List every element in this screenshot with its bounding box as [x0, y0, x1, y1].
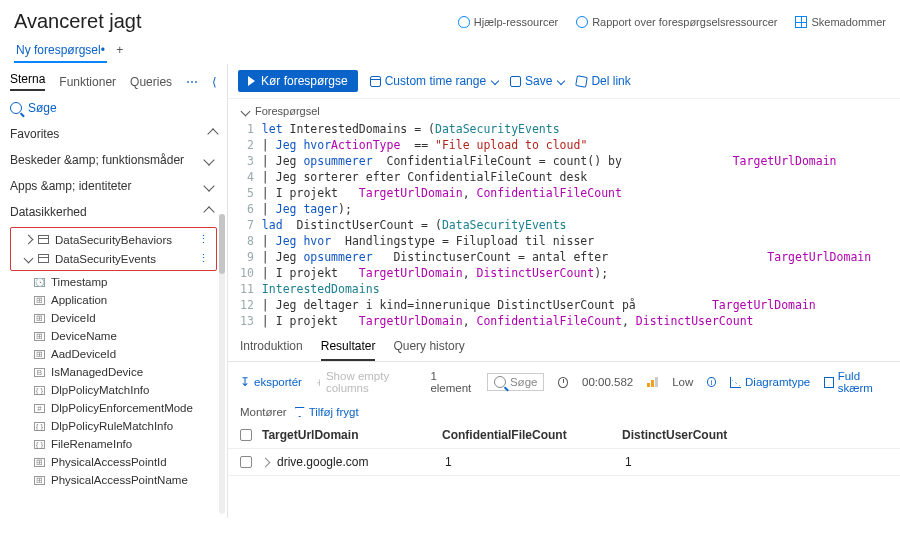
- column-dlppolicymatchinfo[interactable]: { }DlpPolicyMatchInfo: [4, 381, 223, 399]
- column-type-icon: #: [34, 404, 45, 413]
- chart-button[interactable]: Diagramtype: [730, 376, 810, 388]
- column-physicalaccesspointname[interactable]: ⊞PhysicalAccessPointName: [4, 471, 223, 489]
- funnel-icon: [295, 407, 305, 417]
- globe-icon: [576, 16, 588, 28]
- group-datasecurity[interactable]: Datasikkerhed: [4, 199, 223, 225]
- kebab-icon[interactable]: ⋮: [198, 233, 210, 246]
- table-row[interactable]: drive.google.com 1 1: [228, 449, 900, 476]
- group-alerts[interactable]: Beskeder &amp; funktionsmåder: [4, 147, 223, 173]
- sidebar-search[interactable]: Søge: [0, 95, 227, 121]
- select-all-checkbox[interactable]: [240, 429, 252, 441]
- column-label: AadDeviceId: [51, 348, 116, 360]
- column-physicalaccesspointid[interactable]: ⊞PhysicalAccessPointId: [4, 453, 223, 471]
- cell: 1: [445, 455, 625, 469]
- column-header[interactable]: DistinctUserCount: [622, 428, 802, 442]
- group-datasecurity-label: Datasikkerhed: [10, 205, 87, 219]
- query-toolbar: Kør forespørgse Custom time range Save D…: [228, 64, 900, 99]
- column-type-icon: { }: [34, 386, 45, 395]
- timerange-button[interactable]: Custom time range: [370, 74, 498, 88]
- column-type-icon: ⊞: [34, 296, 45, 305]
- save-button[interactable]: Save: [510, 74, 564, 88]
- share-button[interactable]: Del link: [576, 74, 630, 88]
- column-filerenameinfo[interactable]: { }FileRenameInfo: [4, 435, 223, 453]
- group-apps[interactable]: Apps &amp; identiteter: [4, 173, 223, 199]
- page-title: Avanceret jagt: [14, 10, 142, 33]
- query-section-header[interactable]: Forespørgsel: [240, 103, 890, 121]
- results-toolbar: ↧eksportér ⫞Show empty columns 1 element…: [228, 362, 900, 402]
- sidebar-more-icon[interactable]: ⋯: [186, 75, 198, 89]
- query-code[interactable]: let InterestedDomains = (DataSecurityEve…: [262, 121, 900, 329]
- query-tabs: Ny forespørgsel• +: [0, 39, 900, 64]
- expand-row-icon[interactable]: [261, 457, 271, 467]
- column-label: Timestamp: [51, 276, 107, 288]
- save-label: Save: [525, 74, 552, 88]
- run-label: Kør forespørgse: [261, 74, 348, 88]
- column-dlppolicyenforcementmode[interactable]: #DlpPolicyEnforcementMode: [4, 399, 223, 417]
- line-numbers: 1 2 3 4 5 6 7 8 9 10 11 12 13: [240, 121, 262, 329]
- save-icon: [510, 76, 521, 87]
- info-icon[interactable]: i: [707, 377, 716, 387]
- columns-icon: ⫞: [316, 376, 322, 388]
- tab-queries[interactable]: Queries: [130, 75, 172, 89]
- lightbulb-icon: [458, 16, 470, 28]
- query-resources-report-link[interactable]: Rapport over forespørgselsressourcer: [576, 16, 777, 28]
- column-aaddeviceid[interactable]: ⊞AadDeviceId: [4, 345, 223, 363]
- export-button[interactable]: ↧eksportér: [240, 375, 302, 389]
- sidebar-collapse-icon[interactable]: ⟨: [212, 75, 217, 89]
- schema-ref-label: Skemadommer: [811, 16, 886, 28]
- query-editor[interactable]: Forespørgsel 1 2 3 4 5 6 7 8 9 10 11 12 …: [228, 99, 900, 331]
- column-label: PhysicalAccessPointName: [51, 474, 188, 486]
- fullscreen-button[interactable]: Fuld skærm: [824, 370, 888, 394]
- filter-bar: Montører Tilføj frygt: [228, 402, 900, 422]
- schema-ref-link[interactable]: Skemadommer: [795, 16, 886, 28]
- column-header[interactable]: ConfidentialFileCount: [442, 428, 622, 442]
- row-checkbox[interactable]: [240, 456, 252, 468]
- scroll-thumb[interactable]: [219, 214, 225, 274]
- tab-functions[interactable]: Funktioner: [59, 75, 116, 89]
- column-label: DeviceName: [51, 330, 117, 342]
- kebab-icon[interactable]: ⋮: [198, 252, 210, 265]
- tab-new-query[interactable]: Ny forespørgsel•: [14, 39, 107, 63]
- schema-tree: Beskeder &amp; funktionsmåder Apps &amp;…: [0, 147, 227, 518]
- column-header[interactable]: TargetUrlDomain: [262, 428, 442, 442]
- grid-icon: [795, 16, 807, 28]
- tab-schema[interactable]: Sterna: [10, 72, 45, 91]
- column-application[interactable]: ⊞Application: [4, 291, 223, 309]
- add-filter-button[interactable]: Tilføj frygt: [295, 406, 359, 418]
- tab-introduction[interactable]: Introduktion: [240, 339, 303, 361]
- export-label: eksportér: [254, 376, 302, 388]
- column-deviceid[interactable]: ⊞DeviceId: [4, 309, 223, 327]
- query-report-label: Rapport over forespørgselsressourcer: [592, 16, 777, 28]
- highlighted-tables: DataSecurityBehaviors ⋮ DataSecurityEven…: [10, 227, 217, 271]
- column-dlppolicyrulematchinfo[interactable]: { }DlpPolicyRuleMatchInfo: [4, 417, 223, 435]
- favorites-section[interactable]: Favorites: [0, 121, 227, 147]
- table-icon: [38, 254, 49, 263]
- column-devicename[interactable]: ⊞DeviceName: [4, 327, 223, 345]
- tab-query-history[interactable]: Query history: [393, 339, 464, 361]
- add-tab-button[interactable]: +: [110, 43, 123, 57]
- run-query-button[interactable]: Kør forespørgse: [238, 70, 358, 92]
- fullscreen-label: Fuld skærm: [838, 370, 888, 394]
- sidebar-scrollbar[interactable]: [219, 214, 225, 514]
- results-table-header: TargetUrlDomain ConfidentialFileCount Di…: [228, 422, 900, 449]
- help-resources-link[interactable]: Hjælp-ressourcer: [458, 16, 558, 28]
- column-type-icon: ⊞: [34, 458, 45, 467]
- column-ismanageddevice[interactable]: BIsManagedDevice: [4, 363, 223, 381]
- column-type-icon: ⊞: [34, 332, 45, 341]
- tab-results[interactable]: Resultater: [321, 339, 376, 361]
- table-datasecurityevents[interactable]: DataSecurityEvents ⋮: [11, 249, 216, 268]
- column-label: DlpPolicyRuleMatchInfo: [51, 420, 173, 432]
- show-empty-toggle[interactable]: ⫞Show empty columns: [316, 370, 416, 394]
- download-icon: ↧: [240, 375, 250, 389]
- chevron-down-icon: [24, 254, 34, 264]
- play-icon: [248, 76, 255, 86]
- column-timestamp[interactable]: 🕓Timestamp: [4, 273, 223, 291]
- column-label: DeviceId: [51, 312, 96, 324]
- table-icon: [38, 235, 49, 244]
- chevron-down-icon: [203, 180, 214, 191]
- clock-icon: [558, 377, 568, 388]
- table-datasecuritybehaviors[interactable]: DataSecurityBehaviors ⋮: [11, 230, 216, 249]
- chevron-down-icon: [491, 77, 499, 85]
- results-search[interactable]: Søge: [487, 373, 545, 391]
- chevron-down-icon: [203, 154, 214, 165]
